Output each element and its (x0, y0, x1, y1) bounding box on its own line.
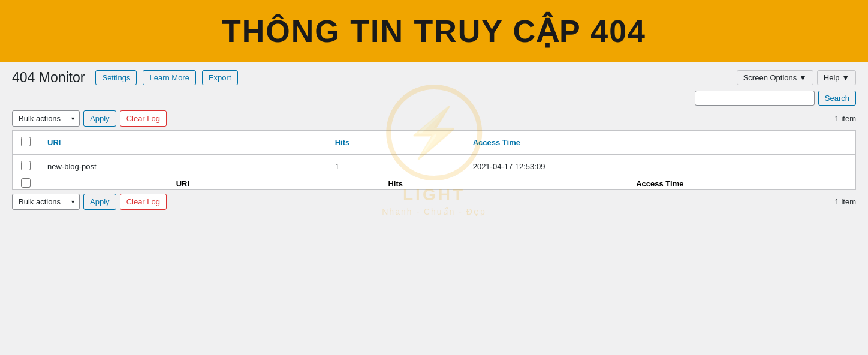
search-input[interactable] (695, 91, 815, 106)
bottom-toolbar: Bulk actions ▾ Apply Clear Log 1 item (12, 194, 856, 210)
page-header: 404 Monitor Settings Learn More Export S… (0, 62, 868, 91)
table-footer-row: URI Hits Access Time (13, 178, 856, 190)
bottom-toolbar-left: Bulk actions ▾ Apply Clear Log (12, 194, 167, 210)
bottom-bulk-actions-dropdown[interactable]: Bulk actions ▾ (12, 194, 80, 210)
row-checkbox-cell (13, 155, 40, 179)
top-clear-log-button[interactable]: Clear Log (120, 110, 167, 127)
select-all-checkbox-top[interactable] (21, 137, 31, 146)
bottom-bulk-actions-label: Bulk actions (13, 194, 67, 209)
bottom-bulk-actions-chevron-icon: ▾ (67, 195, 79, 208)
banner-title: THÔNG TIN TRUY CẬP 404 (0, 13, 868, 49)
banner: THÔNG TIN TRUY CẬP 404 (0, 0, 868, 62)
bottom-item-count: 1 item (835, 197, 856, 206)
data-table: URI Hits Access Time new-blog-post 1 202… (12, 130, 856, 190)
top-bulk-actions-dropdown[interactable]: Bulk actions ▾ (12, 110, 80, 127)
header-checkbox-cell (13, 131, 40, 155)
top-apply-button[interactable]: Apply (83, 110, 116, 127)
settings-button[interactable]: Settings (95, 70, 137, 85)
table-header-row: URI Hits Access Time (13, 131, 856, 155)
row-uri: new-blog-post (39, 155, 327, 179)
search-button[interactable]: Search (818, 91, 856, 106)
table-row: new-blog-post 1 2021-04-17 12:53:09 (13, 155, 856, 179)
export-button[interactable]: Export (202, 70, 238, 85)
page-title: 404 Monitor (12, 70, 85, 86)
hits-footer-header[interactable]: Hits (327, 178, 465, 190)
row-hits: 1 (327, 155, 465, 179)
learn-more-button[interactable]: Learn More (143, 70, 195, 85)
row-checkbox-0[interactable] (21, 161, 31, 170)
page-header-right: Screen Options ▼ Help ▼ (737, 70, 856, 85)
access-time-column-header[interactable]: Access Time (465, 131, 856, 155)
content-area: ⚡ LIGHT Nhanh - Chuẩn - Đẹp Search Bulk … (12, 91, 856, 210)
select-all-checkbox-bottom[interactable] (21, 178, 31, 188)
screen-options-button[interactable]: Screen Options ▼ (737, 70, 813, 85)
top-bulk-actions-chevron-icon: ▾ (67, 112, 79, 125)
uri-footer-header[interactable]: URI (39, 178, 327, 190)
access-time-footer-header[interactable]: Access Time (465, 178, 856, 190)
top-item-count: 1 item (835, 114, 856, 123)
hits-column-header[interactable]: Hits (327, 131, 465, 155)
page-header-left: 404 Monitor Settings Learn More Export (12, 70, 238, 86)
bottom-apply-button[interactable]: Apply (83, 194, 116, 210)
footer-checkbox-cell (13, 178, 40, 190)
row-access-time: 2021-04-17 12:53:09 (465, 155, 856, 179)
help-button[interactable]: Help ▼ (817, 70, 856, 85)
search-row: Search (12, 91, 856, 106)
top-toolbar-left: Bulk actions ▾ Apply Clear Log (12, 110, 167, 127)
bottom-clear-log-button[interactable]: Clear Log (120, 194, 167, 210)
top-bulk-actions-label: Bulk actions (13, 111, 67, 126)
top-toolbar: Bulk actions ▾ Apply Clear Log 1 item (12, 110, 856, 127)
uri-column-header[interactable]: URI (39, 131, 327, 155)
